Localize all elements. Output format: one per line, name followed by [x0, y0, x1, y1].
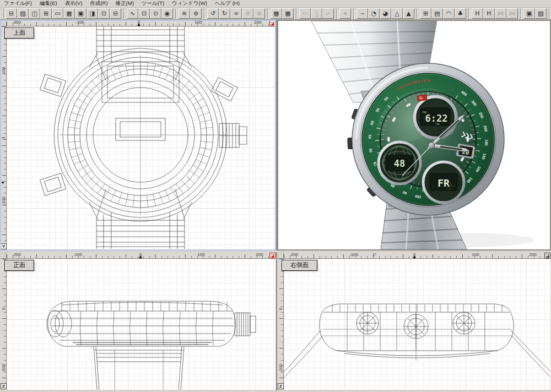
copy-pages-icon[interactable]: ⊞: [420, 8, 431, 19]
grid-array-icon[interactable]: ▦: [271, 8, 282, 19]
axis-letter: Z: [278, 383, 284, 389]
sweep-tool-icon[interactable]: ≋: [179, 8, 190, 19]
band-select-icon[interactable]: ⊟: [6, 8, 17, 19]
leaf-tool-icon[interactable]: ♣: [455, 8, 466, 19]
grid-array-2-icon[interactable]: ▦: [282, 8, 294, 19]
vertical-ruler: 0-100: [0, 259, 7, 383]
joint-h1-icon[interactable]: H: [472, 8, 483, 19]
panel-a-icon[interactable]: ▣: [523, 8, 535, 19]
cloud-tool-icon[interactable]: ◠: [443, 8, 455, 19]
toolbar-grip[interactable]: [2, 9, 3, 19]
view-window-lines-icon[interactable]: ⊞: [40, 8, 52, 19]
mirror-tool-icon[interactable]: ⊘: [242, 8, 253, 19]
view-label-tab-front[interactable]: 正面: [4, 260, 34, 271]
ruler-marker[interactable]: ▽: [373, 253, 376, 257]
ruler-label: 0: [1, 135, 6, 141]
ruler-label: -100: [1, 366, 6, 373]
paste-board-icon[interactable]: ▤: [431, 8, 443, 19]
toolbar-group-array: ▦▦: [271, 8, 294, 19]
viewport-divider-horizontal[interactable]: [0, 251, 551, 252]
viewport-front-view: -200-1000100200 0-100 ◪ Z 正面: [0, 252, 276, 391]
menu-tools[interactable]: ツール(T): [138, 0, 168, 7]
revolve-tool-icon[interactable]: ⊛: [190, 8, 202, 19]
draw-plane-icon[interactable]: ▨: [17, 8, 29, 19]
ruler-label: 100: [197, 252, 204, 257]
circle-tool-icon[interactable]: ⊙: [150, 8, 161, 19]
cone-b-icon[interactable]: ▲: [403, 8, 414, 19]
menu-window[interactable]: ウィンドウ(W): [168, 0, 211, 7]
ruler-label: -100: [349, 252, 358, 257]
top-view-wireframe: [7, 26, 275, 249]
ruler-label: -200: [289, 252, 298, 257]
ruler-label: -200: [12, 20, 21, 25]
joint-h4-icon[interactable]: ⋈: [506, 8, 518, 19]
vertical-ruler: 0-100: [277, 259, 284, 383]
ruler-label: 0: [278, 306, 283, 312]
cube-small-icon[interactable]: ⊡: [98, 8, 110, 19]
brand-logo-plate: [417, 95, 427, 101]
ruler-label: 200: [529, 252, 536, 257]
ruler-label: 100: [195, 20, 202, 25]
smooth-tool-icon[interactable]: ∗: [339, 8, 351, 19]
joint-h3-icon[interactable]: ⋈: [495, 8, 506, 19]
sphere-tool-icon[interactable]: ◉: [161, 8, 173, 19]
side-view-canvas[interactable]: [284, 259, 550, 390]
ruler-corner: [0, 252, 7, 259]
toolbar: ⊟▨◫⊞▭▦▣◨⊡⊟∿⊡⊙◉≋⊛↺↻∞⊘⊗▦▦▭▯▱∗⌢◔◕△▲⊞▤◠♣HH⋈⋈…: [0, 8, 551, 20]
ruler-plane-icon[interactable]: ◪: [269, 253, 276, 259]
ruler-label: -200: [12, 252, 21, 257]
globe-rotate-icon[interactable]: ◔: [368, 8, 380, 19]
monitor-line-icon[interactable]: ⊟: [110, 8, 121, 19]
menu-edit[interactable]: 編集(E): [36, 0, 61, 7]
top-view-canvas[interactable]: [7, 26, 276, 249]
cone-a-icon[interactable]: △: [391, 8, 403, 19]
bezel-number: 180: [484, 139, 489, 146]
measure-ruler-icon[interactable]: ▭: [52, 8, 63, 19]
horizontal-ruler: -200-1000100200▽: [284, 252, 544, 259]
ruler-plane-icon[interactable]: ◪: [544, 253, 550, 259]
render-screen-image-icon[interactable]: ◨: [87, 8, 98, 19]
view-label-tab-side[interactable]: 右側面: [282, 260, 317, 271]
toolbar-group-boolean: ▭▯▱: [299, 8, 334, 19]
render-screen-icon[interactable]: ▣: [75, 8, 87, 19]
axis-letter: Y: [1, 243, 7, 249]
arc-arrow-icon[interactable]: ⌢: [356, 8, 368, 19]
toolbar-separator: [296, 9, 297, 19]
toolbar-group-joint: HH⋈⋈: [472, 8, 518, 19]
ruler-marker[interactable]: [413, 255, 416, 258]
bool-subtract-icon[interactable]: ▯: [311, 8, 322, 19]
curve-tool-icon[interactable]: ∿: [127, 8, 138, 19]
bool-intersect-icon[interactable]: ▱: [322, 8, 334, 19]
rect-tool-icon[interactable]: ⊡: [138, 8, 150, 19]
ruler-marker[interactable]: ◀: [1, 180, 4, 184]
ruler-plane-icon[interactable]: ◪: [269, 20, 276, 26]
view-label-tab-top[interactable]: 上面: [4, 28, 34, 39]
toolbar-group-surface: ⌢◔◕△▲: [356, 8, 414, 19]
menu-view[interactable]: 表示(V): [61, 0, 87, 7]
menu-file[interactable]: ファイル(F): [0, 0, 36, 7]
blend-tool-icon[interactable]: ⊗: [253, 8, 265, 19]
horizontal-ruler: -200-1000100200: [7, 20, 269, 26]
ruler-label: 100: [1, 68, 6, 74]
bool-union-icon[interactable]: ▭: [299, 8, 311, 19]
viewport-divider-vertical[interactable]: [276, 20, 277, 392]
viewport-top-view: -200-1000100200 1000-100◀ ◪ Y: [0, 20, 276, 251]
panel-b-icon[interactable]: ▨: [535, 8, 547, 19]
rotate-ccw-icon[interactable]: ↺: [207, 8, 219, 19]
link-tool-icon[interactable]: ∞: [230, 8, 242, 19]
menu-help[interactable]: ヘルプ (H): [211, 0, 244, 7]
ruler-marker[interactable]: [139, 255, 142, 258]
ruler-marker[interactable]: [137, 23, 141, 26]
menu-create[interactable]: 作成(R): [86, 0, 111, 7]
ruler-label: 200: [256, 252, 263, 257]
toolbar-separator: [353, 9, 354, 19]
svg-text:PM: PM: [423, 111, 426, 114]
joint-h2-icon[interactable]: H: [483, 8, 495, 19]
rotate-cw-icon[interactable]: ↻: [219, 8, 230, 19]
menu-modify[interactable]: 修正(M): [112, 0, 138, 7]
view-window-icon[interactable]: ◫: [29, 8, 40, 19]
viewport-perspective-render[interactable]: TACHYMETER 40030025020018016015014013012…: [277, 20, 551, 251]
front-view-canvas[interactable]: [7, 259, 276, 390]
globe-rotate-2-icon[interactable]: ◕: [380, 8, 391, 19]
texture-map-icon[interactable]: ▦: [63, 8, 75, 19]
